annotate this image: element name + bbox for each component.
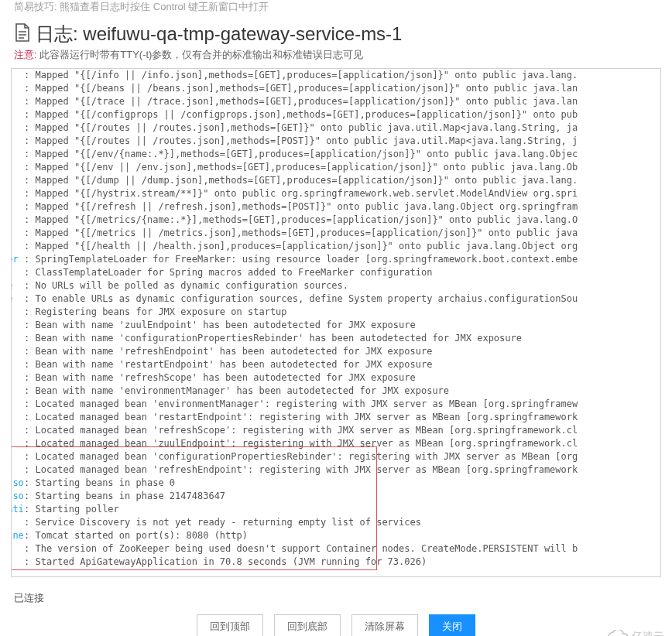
log-source: otationMBeanExporter xyxy=(11,371,24,385)
log-message: : Located managed bean 'zuulEndpoint': r… xyxy=(24,437,578,450)
log-line: t.DefaultLifecycleProcessor: Starting be… xyxy=(11,477,661,490)
log-viewport[interactable]: .EndpointHandlerMapping: Mapped "{[/info… xyxy=(11,68,661,577)
log-message: : Mapped "{[/refresh || /refresh.json],m… xyxy=(24,200,578,214)
log-message: : Mapped "{[/info || /info.json],methods… xyxy=(24,69,578,82)
log-line: otationMBeanExporter: Located managed be… xyxy=(11,424,661,437)
log-source: otationMBeanExporter xyxy=(11,437,24,450)
log-line: .EndpointHandlerMapping: Mapped "{[/env … xyxy=(11,161,661,174)
log-source: .EndpointHandlerMapping xyxy=(11,148,24,161)
log-message: : Registering beans for JMX exposure on … xyxy=(24,306,287,319)
log-line: .EndpointHandlerMapping: Mapped "{[/metr… xyxy=(11,227,661,240)
close-button[interactable]: 关闭 xyxy=(429,614,475,636)
log-source: otationMBeanExporter xyxy=(11,332,24,345)
log-source: otationMBeanExporter xyxy=(11,424,24,437)
log-source: otationMBeanExporter xyxy=(11,463,24,477)
log-source: otationMBeanExporter xyxy=(11,358,24,371)
log-source: s.URLConfigurationSource xyxy=(11,279,24,292)
log-line: .EndpointHandlerMapping: Mapped "{[/dump… xyxy=(11,174,661,187)
hint-text: 简易技巧: 熊猫查看日志时按住 Control 键王新窗口中打开 xyxy=(0,0,672,17)
log-line: otationMBeanExporter: Bean with name 'en… xyxy=(11,385,661,398)
log-message: : Bean with name 'refreshScope' has been… xyxy=(24,371,416,385)
log-source: keeperDiscoveryClient xyxy=(11,516,24,529)
log-message: : No URLs will be polled as dynamic conf… xyxy=(24,279,348,292)
log-source: otationMBeanExporter xyxy=(11,306,24,319)
document-icon xyxy=(14,22,31,46)
log-source: ixMetricsPollerConfiguration xyxy=(11,503,24,516)
log-source: rker.SpringTemplateLoader xyxy=(11,253,24,266)
log-message: : Located managed bean 'refreshEndpoint'… xyxy=(24,463,578,477)
title-prefix: 日志: xyxy=(36,23,78,44)
log-source: .EndpointHandlerMapping xyxy=(11,240,24,253)
log-line: otationMBeanExporter: Located managed be… xyxy=(11,411,661,424)
log-message: : Mapped "{[/health || /health.json],pro… xyxy=(24,240,578,253)
log-message: : Located managed bean 'refreshScope': r… xyxy=(24,424,578,437)
log-source: reeMarkerConfigurer xyxy=(11,266,24,279)
log-line: keeperDiscoveryClient: Service Discovery… xyxy=(11,516,661,529)
log-source: otationMBeanExporter xyxy=(11,345,24,358)
log-source: .EndpointHandlerMapping xyxy=(11,174,24,187)
log-source: .EndpointHandlerMapping xyxy=(11,161,24,174)
page-title: 日志: weifuwu-qa-tmp-gateway-service-ms-1 xyxy=(36,22,402,46)
log-message: : Mapped "{[/routes || /routes.json],met… xyxy=(24,121,578,135)
connection-status: 已连接 xyxy=(0,577,672,610)
notice-text: 此容器运行时带有TTY(-t)参数，仅有合并的标准输出和标准错误日志可见 xyxy=(39,49,363,60)
log-line: .EndpointHandlerMapping: Mapped "{[/bean… xyxy=(11,82,661,95)
log-line: s.URLConfigurationSource: No URLs will b… xyxy=(11,279,661,292)
log-source: .EndpointHandlerMapping xyxy=(11,69,24,82)
log-message: : Mapped "{[/configprops || /configprops… xyxy=(24,108,578,121)
log-message: : Tomcat started on port(s): 8080 (http) xyxy=(24,529,248,542)
notice-prefix: 注意: xyxy=(14,49,37,60)
log-source: .EndpointHandlerMapping xyxy=(11,95,24,108)
log-message: : Mapped "{[/env/{name:.*}],methods=[GET… xyxy=(24,148,578,161)
log-source: otationMBeanExporter xyxy=(11,411,24,424)
log-source: rator.utils.ZKPaths xyxy=(11,542,24,556)
log-line: otationMBeanExporter: Registering beans … xyxy=(11,306,661,319)
log-line: otationMBeanExporter: Bean with name 're… xyxy=(11,371,661,385)
log-message: : Mapped "{[/trace || /trace.json],metho… xyxy=(24,95,578,108)
log-line: .EndpointHandlerMapping: Mapped "{[/hyst… xyxy=(11,187,661,200)
log-source: t.DefaultLifecycleProcessor xyxy=(11,490,24,503)
log-source: .EndpointHandlerMapping xyxy=(11,227,24,240)
log-source: .EndpointHandlerMapping xyxy=(11,135,24,148)
log-line: .EndpointHandlerMapping: Mapped "{[/refr… xyxy=(11,200,661,214)
log-source: iGatewayApplication xyxy=(11,556,24,569)
log-message: : Bean with name 'restartEndpoint' has b… xyxy=(24,358,432,371)
log-source: catEmbeddedServletContainer xyxy=(11,529,24,542)
scroll-bottom-button[interactable]: 回到底部 xyxy=(274,614,341,636)
log-message: : Mapped "{[/metrics || /metrics.json],m… xyxy=(24,227,578,240)
log-message: : Mapped "{[/beans || /beans.json],metho… xyxy=(24,82,578,95)
log-source: .EndpointHandlerMapping xyxy=(11,108,24,121)
log-line: reeMarkerConfigurer: ClassTemplateLoader… xyxy=(11,266,661,279)
log-message: : Started ApiGatewayApplication in 70.8 … xyxy=(24,556,427,569)
log-content: .EndpointHandlerMapping: Mapped "{[/info… xyxy=(11,69,661,569)
log-line: otationMBeanExporter: Bean with name 're… xyxy=(11,345,661,358)
log-line: .EndpointHandlerMapping: Mapped "{[/conf… xyxy=(11,108,661,121)
log-message: : Bean with name 'environmentManager' ha… xyxy=(24,385,449,398)
log-message: : Mapped "{[/env || /env.json],methods=[… xyxy=(24,161,578,174)
log-message: : Mapped "{[/metrics/{name:.*}],methods=… xyxy=(24,214,578,227)
scroll-top-button[interactable]: 回到顶部 xyxy=(197,614,263,636)
clear-screen-button[interactable]: 清除屏幕 xyxy=(351,614,418,636)
footer: 回到顶部 回到底部 清除屏幕 关闭 亿速云 xyxy=(0,614,672,636)
log-message: : Located managed bean 'restartEndpoint'… xyxy=(24,411,578,424)
log-line: otationMBeanExporter: Located managed be… xyxy=(11,437,661,450)
log-message: : Starting beans in phase 2147483647 xyxy=(24,490,225,503)
log-source: s.URLConfigurationSource xyxy=(11,292,24,306)
log-source: otationMBeanExporter xyxy=(11,385,24,398)
log-message: : Bean with name 'refreshEndpoint' has b… xyxy=(24,345,432,358)
log-line: .EndpointHandlerMapping: Mapped "{[/rout… xyxy=(11,135,661,148)
log-line: otationMBeanExporter: Located managed be… xyxy=(11,450,661,463)
log-message: : Located managed bean 'environmentManag… xyxy=(24,398,578,411)
log-message: : ClassTemplateLoader for Spring macros … xyxy=(24,266,432,279)
log-message: : Service Discovery is not yet ready - r… xyxy=(24,516,421,529)
log-source: .EndpointHandlerMapping xyxy=(11,121,24,135)
log-line: iGatewayApplication: Started ApiGatewayA… xyxy=(11,556,661,569)
log-message: : Starting beans in phase 0 xyxy=(24,477,175,490)
log-line: otationMBeanExporter: Bean with name 're… xyxy=(11,358,661,371)
log-line: catEmbeddedServletContainer: Tomcat star… xyxy=(11,529,661,542)
log-line: .EndpointHandlerMapping: Mapped "{[/rout… xyxy=(11,121,661,135)
notice-bar: 注意: 此容器运行时带有TTY(-t)参数，仅有合并的标准输出和标准错误日志可见 xyxy=(0,46,672,68)
log-line: .EndpointHandlerMapping: Mapped "{[/heal… xyxy=(11,240,661,253)
brand-watermark: 亿速云 xyxy=(607,630,664,636)
log-message: : Bean with name 'configurationPropertie… xyxy=(24,332,522,345)
